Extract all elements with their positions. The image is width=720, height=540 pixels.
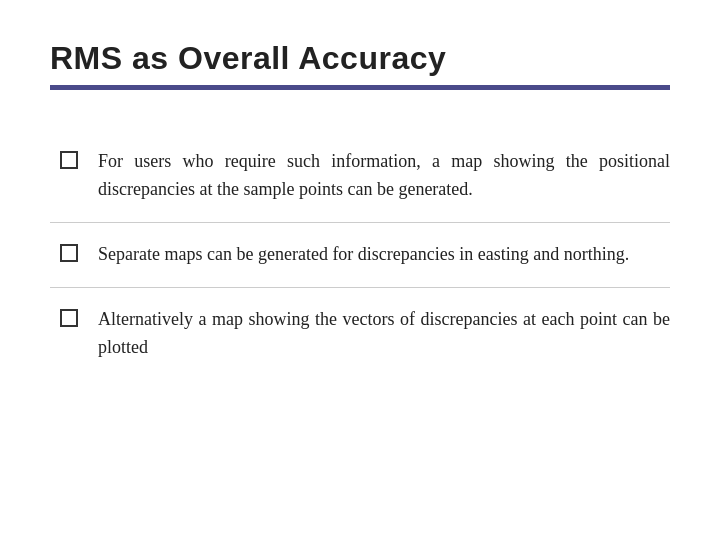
bullet-text-3: Alternatively a map showing the vectors … — [98, 306, 670, 362]
bullet-item-1: For users who require such information, … — [50, 130, 670, 223]
checkbox-icon-2 — [60, 244, 78, 262]
bullet-text-1: For users who require such information, … — [98, 148, 670, 204]
title-underline — [50, 85, 670, 90]
checkbox-icon-1 — [60, 151, 78, 169]
bullet-item-2: Separate maps can be generated for discr… — [50, 223, 670, 288]
content-area: For users who require such information, … — [50, 130, 670, 500]
title-section: RMS as Overall Accuracy — [50, 40, 670, 120]
slide: RMS as Overall Accuracy For users who re… — [0, 0, 720, 540]
bullet-text-2: Separate maps can be generated for discr… — [98, 241, 670, 269]
slide-title: RMS as Overall Accuracy — [50, 40, 670, 77]
checkbox-icon-3 — [60, 309, 78, 327]
bullet-item-3: Alternatively a map showing the vectors … — [50, 288, 670, 380]
